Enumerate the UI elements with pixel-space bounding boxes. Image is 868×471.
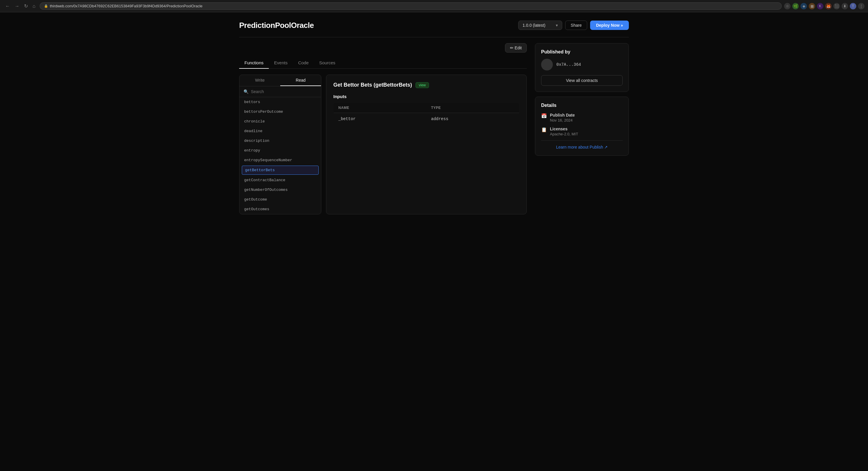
- details-title: Details: [541, 103, 623, 108]
- publish-date-label: Publish Date: [550, 113, 575, 117]
- input-name-cell: _bettor: [334, 113, 427, 125]
- version-label: 1.0.0 (latest): [523, 23, 546, 28]
- download-icon[interactable]: ⬇: [842, 3, 848, 9]
- table-row: _bettor address: [334, 113, 519, 125]
- url-text: thirdweb.com/0x7A98CDb47692C62EB6153849F…: [50, 4, 203, 8]
- details-card: Details 📅 Publish Date Nov 16, 2024 📋 Li…: [535, 97, 629, 156]
- list-item[interactable]: entropySequenceNumber: [240, 155, 321, 165]
- published-by-card: Published by 0x7A...364 View all contrac…: [535, 43, 629, 92]
- list-item[interactable]: description: [240, 136, 321, 146]
- list-item[interactable]: chronicle: [240, 117, 321, 126]
- extension-icon-1[interactable]: 🌿: [792, 3, 799, 9]
- list-item[interactable]: getNumberOfOutcomes: [240, 185, 321, 195]
- edit-row: ✏ Edit: [239, 43, 527, 53]
- list-item[interactable]: getOutcomes: [240, 204, 321, 214]
- function-detail-header: Get Bettor Bets (getBettorBets) view: [333, 82, 519, 88]
- browser-nav-buttons: ← → ↻ ⌂: [3, 3, 37, 9]
- write-read-tabs: Write Read: [240, 75, 321, 86]
- write-tab[interactable]: Write: [240, 75, 280, 86]
- search-input[interactable]: [251, 89, 317, 94]
- published-by-title: Published by: [541, 49, 623, 55]
- function-list: bettors bettorsPerOutcome chronicle dead…: [240, 97, 321, 214]
- functions-area: Write Read 🔍 bettors bettorsPerOutcome c…: [239, 75, 527, 214]
- table-header-type: TYPE: [426, 103, 519, 113]
- version-selector[interactable]: 1.0.0 (latest) ▾: [518, 21, 562, 30]
- lock-icon: 🔒: [44, 4, 48, 8]
- address-bar[interactable]: 🔒 thirdweb.com/0x7A98CDb47692C62EB615384…: [40, 2, 782, 10]
- learn-more-text: Learn more about Publish ↗: [556, 145, 608, 149]
- edit-button[interactable]: ✏ Edit: [505, 43, 527, 53]
- extension-icon-2[interactable]: ◈: [801, 3, 807, 9]
- licenses-label: Licenses: [550, 126, 578, 131]
- avatar: [541, 59, 553, 70]
- details-divider: [541, 140, 623, 141]
- profile-icon[interactable]: T: [850, 3, 856, 9]
- app-container: PredictionPoolOracle 1.0.0 (latest) ▾ Sh…: [228, 12, 640, 223]
- header-divider: [239, 37, 629, 37]
- search-box: 🔍: [240, 86, 321, 97]
- header-actions: 1.0.0 (latest) ▾ Share Deploy Now »: [518, 21, 629, 30]
- publish-date-value: Nov 16, 2024: [550, 118, 575, 122]
- input-type-cell: address: [426, 113, 519, 125]
- function-name: Get Bettor Bets (getBettorBets): [333, 82, 412, 88]
- content-area: ✏ Edit Functions Events Code Sources: [239, 43, 629, 214]
- write-read-panel: Write Read 🔍 bettors bettorsPerOutcome c…: [239, 75, 321, 214]
- tab-bar: Functions Events Code Sources: [239, 57, 527, 69]
- browser-chrome: ← → ↻ ⌂ 🔒 thirdweb.com/0x7A98CDb47692C62…: [0, 0, 868, 12]
- search-icon: 🔍: [244, 89, 249, 94]
- list-item[interactable]: bettorsPerOutcome: [240, 107, 321, 117]
- extension-icon-5[interactable]: 🦊: [825, 3, 832, 9]
- inputs-label: Inputs: [333, 94, 519, 99]
- licenses-value: Apache-2.0, MIT: [550, 132, 578, 136]
- extension-icon-3[interactable]: ▦: [809, 3, 815, 9]
- tab-sources[interactable]: Sources: [314, 57, 341, 69]
- back-button[interactable]: ←: [3, 3, 12, 9]
- share-button[interactable]: Share: [565, 21, 587, 30]
- home-button[interactable]: ⌂: [31, 3, 37, 9]
- tab-code[interactable]: Code: [293, 57, 314, 69]
- list-item-active[interactable]: getBettorBets: [242, 166, 319, 175]
- publisher-address: 0x7A...364: [556, 62, 581, 67]
- side-panel: Published by 0x7A...364 View all contrac…: [535, 43, 629, 214]
- app-header: PredictionPoolOracle 1.0.0 (latest) ▾ Sh…: [239, 21, 629, 30]
- document-icon: 📋: [541, 127, 547, 133]
- publish-date-row: 📅 Publish Date Nov 16, 2024: [541, 113, 623, 122]
- menu-icon[interactable]: ⋮: [858, 3, 865, 9]
- extension-icon-4[interactable]: K: [817, 3, 824, 9]
- tab-events[interactable]: Events: [269, 57, 293, 69]
- list-item[interactable]: deadline: [240, 126, 321, 136]
- chevron-down-icon: ▾: [556, 23, 558, 28]
- function-detail-panel: Get Bettor Bets (getBettorBets) view Inp…: [326, 75, 527, 214]
- publisher-row: 0x7A...364: [541, 59, 623, 70]
- browser-actions: ☆ 🌿 ◈ ▦ K 🦊 ⬛ ⬇ T ⋮: [784, 3, 865, 9]
- deploy-now-button[interactable]: Deploy Now »: [590, 21, 629, 30]
- inputs-table: NAME TYPE _bettor address: [333, 102, 519, 125]
- view-all-contracts-button[interactable]: View all contracts: [541, 75, 623, 86]
- page-title: PredictionPoolOracle: [239, 21, 314, 30]
- list-item[interactable]: bettors: [240, 97, 321, 107]
- list-item[interactable]: entropy: [240, 146, 321, 155]
- calendar-icon: 📅: [541, 113, 547, 119]
- star-icon[interactable]: ☆: [784, 3, 790, 9]
- table-header-name: NAME: [334, 103, 427, 113]
- read-tab[interactable]: Read: [280, 75, 321, 86]
- view-badge: view: [415, 82, 429, 88]
- refresh-button[interactable]: ↻: [22, 3, 30, 9]
- tab-functions[interactable]: Functions: [239, 57, 269, 69]
- forward-button[interactable]: →: [13, 3, 21, 9]
- licenses-row: 📋 Licenses Apache-2.0, MIT: [541, 126, 623, 136]
- extension-icon-6[interactable]: ⬛: [833, 3, 840, 9]
- list-item[interactable]: getOutcome: [240, 195, 321, 204]
- learn-more-link[interactable]: Learn more about Publish ↗: [541, 145, 623, 149]
- main-panel: ✏ Edit Functions Events Code Sources: [239, 43, 527, 214]
- list-item[interactable]: getContractBalance: [240, 175, 321, 185]
